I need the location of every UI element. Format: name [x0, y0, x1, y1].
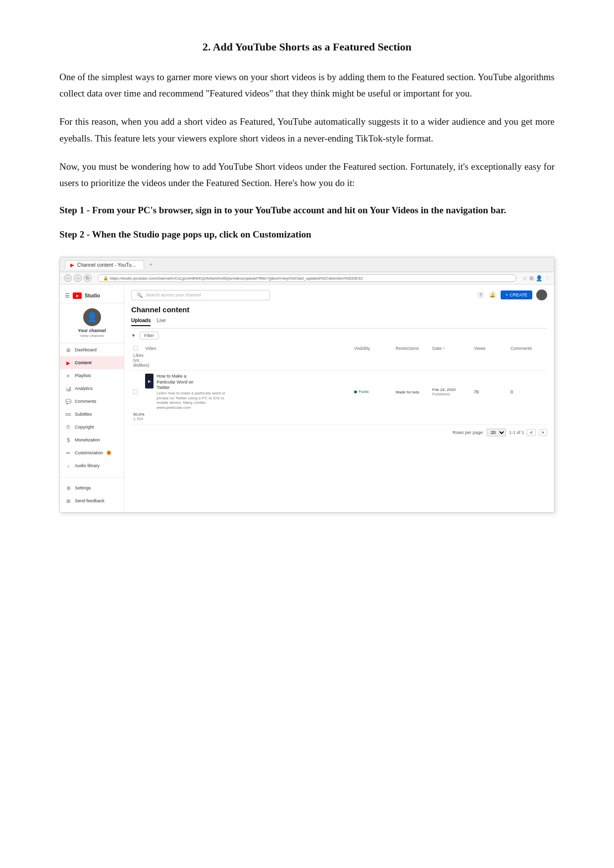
- next-page-button[interactable]: >: [539, 429, 547, 436]
- user-avatar[interactable]: [536, 289, 547, 300]
- extensions-icon[interactable]: ⊞: [529, 275, 534, 282]
- row-checkbox[interactable]: [133, 389, 138, 394]
- screenshot-container: ▶ Channel content - YouTube S... + ← → ↻…: [59, 257, 555, 513]
- nav-item-comments[interactable]: 💬 Comments: [60, 395, 124, 408]
- yt-main: 🔍 Search across your channel ? 🔔 + CREAT…: [124, 285, 554, 512]
- step-2-heading: Step 2 - When the Studio page pops up, c…: [59, 227, 555, 242]
- content-page-title: Channel content: [131, 305, 547, 314]
- comments-cell: 0: [511, 389, 545, 394]
- audio-library-icon: ♪: [65, 462, 72, 469]
- refresh-button[interactable]: ↻: [84, 274, 92, 282]
- nav-item-settings[interactable]: ⚙ Settings: [60, 482, 124, 494]
- nav-item-copyright[interactable]: © Copyright: [60, 421, 124, 434]
- nav-label-settings: Settings: [75, 485, 91, 490]
- browser-tab[interactable]: ▶ Channel content - YouTube S...: [65, 260, 144, 269]
- new-tab-icon[interactable]: +: [149, 261, 153, 269]
- nav-label-analytics: Analytics: [75, 386, 93, 391]
- notification-dot: [107, 451, 111, 455]
- nav-item-monetization[interactable]: $ Monetization: [60, 434, 124, 446]
- table-header: Video Visibility Restrictions Date ↑ Vie…: [131, 343, 547, 371]
- paragraph-3: Now, you must be wondering how to add Yo…: [59, 158, 555, 192]
- status-badge: Public: [354, 389, 369, 394]
- empty-col-header: [236, 346, 352, 351]
- nav-item-send-feedback[interactable]: ⊞ Send feedback: [60, 494, 124, 507]
- likes-value: 50.0%: [133, 412, 143, 417]
- create-plus-icon: +: [506, 292, 508, 297]
- channel-name: Your channel: [65, 328, 119, 333]
- subtitles-icon: CC: [65, 411, 72, 418]
- browser-controls: ← → ↻ 🔒 https://studio.youtube.com/chann…: [60, 272, 554, 285]
- likes-sub: 1,704: [133, 417, 143, 421]
- settings-icon: ⚙: [65, 484, 72, 491]
- views-col-header: Views: [474, 346, 509, 351]
- nav-label-monetization: Monetization: [75, 437, 100, 442]
- likes-cell: 50.0% 1,704: [133, 412, 143, 421]
- checkbox-header[interactable]: [133, 346, 138, 351]
- video-details: How to Make a Particular Word on Twitter…: [156, 374, 234, 410]
- video-description: Learn how to make a particular word or p…: [156, 391, 234, 410]
- nav-item-audio-library[interactable]: ♪ Audio library: [60, 459, 124, 472]
- profile-icon[interactable]: 👤: [536, 275, 543, 282]
- tab-uploads[interactable]: Uploads: [131, 318, 151, 326]
- more-icon[interactable]: ⋮: [545, 275, 550, 282]
- visibility-value: Public: [358, 389, 369, 394]
- rows-per-page-select[interactable]: 20: [487, 429, 506, 436]
- copyright-icon: ©: [65, 424, 72, 431]
- studio-header: ☰ Studio: [60, 289, 124, 303]
- nav-item-playlists[interactable]: ≡ Playlists: [60, 369, 124, 382]
- paragraph-1: One of the simplest ways to garner more …: [59, 69, 555, 102]
- back-button[interactable]: ←: [64, 274, 72, 282]
- video-thumbnail: ▶: [145, 374, 154, 388]
- browser-tab-favicon: ▶: [70, 262, 74, 268]
- feedback-icon: ⊞: [65, 497, 72, 504]
- filter-button[interactable]: Filter: [140, 332, 158, 339]
- bottom-nav: ⚙ Settings ⊞ Send feedback: [60, 477, 124, 507]
- customization-icon: ✏: [65, 449, 72, 456]
- search-placeholder: Search across your channel: [146, 292, 201, 297]
- browser-action-icons: ☆ ⊞ 👤 ⋮: [522, 275, 550, 282]
- nav-item-customization[interactable]: ✏ Customization: [60, 446, 124, 459]
- table-row: ▶ How to Make a Particular Word on Twitt…: [131, 371, 547, 424]
- channel-sub[interactable]: View channel: [65, 334, 119, 338]
- date-cell: Feb 24, 2020 Published: [432, 387, 472, 396]
- nav-item-dashboard[interactable]: ⊞ Dashboard: [60, 343, 124, 356]
- views-cell: 76: [474, 389, 509, 394]
- bookmark-icon[interactable]: ☆: [522, 275, 527, 282]
- playlists-icon: ≡: [65, 372, 72, 379]
- range-text: 1-1 of 1: [509, 430, 524, 435]
- lock-icon: 🔒: [103, 276, 108, 281]
- analytics-icon: 📊: [65, 385, 72, 392]
- yt-sidebar: ☰ Studio 👤 Your channel View channel ⊞ D…: [60, 285, 124, 512]
- nav-label-content: Content: [75, 360, 92, 365]
- dashboard-icon: ⊞: [65, 346, 72, 353]
- content-icon: ▶: [65, 359, 72, 366]
- monetization-icon: $: [65, 436, 72, 443]
- nav-item-content[interactable]: ▶ Content: [60, 356, 124, 369]
- nav-label-customization: Customization: [75, 450, 103, 455]
- prev-page-button[interactable]: <: [527, 429, 535, 436]
- hamburger-icon[interactable]: ☰: [65, 292, 70, 299]
- date-value: Feb 24, 2020: [432, 387, 472, 392]
- create-button[interactable]: + CREATE: [501, 290, 532, 299]
- date-col-header: Date ↑: [432, 346, 472, 351]
- comments-col-header: Comments: [511, 346, 545, 351]
- browser-tab-label: Channel content - YouTube S...: [77, 262, 144, 268]
- forward-button[interactable]: →: [74, 274, 82, 282]
- nav-item-analytics[interactable]: 📊 Analytics: [60, 382, 124, 395]
- views-value: 76: [474, 389, 479, 394]
- search-bar[interactable]: 🔍 Search across your channel: [131, 290, 270, 300]
- filter-icon: ▼: [131, 333, 136, 338]
- bell-icon[interactable]: 🔔: [489, 291, 497, 299]
- nav-item-subtitles[interactable]: CC Subtitles: [60, 408, 124, 421]
- address-text: https://studio.youtube.com/channel/UCuLg…: [110, 276, 363, 281]
- help-icon[interactable]: ?: [477, 291, 485, 299]
- tab-live[interactable]: Live: [156, 318, 165, 326]
- section-heading: 2. Add YouTube Shorts as a Featured Sect…: [59, 40, 555, 55]
- address-bar[interactable]: 🔒 https://studio.youtube.com/channel/UCu…: [98, 274, 516, 282]
- yt-logo-icon: [73, 292, 82, 299]
- nav-label-subtitles: Subtitles: [75, 412, 92, 417]
- visibility-col-header: Visibility: [354, 346, 394, 351]
- restrictions-col-header: Restrictions: [396, 346, 430, 351]
- video-title[interactable]: How to Make a Particular Word on Twitter: [156, 374, 206, 391]
- channel-avatar-section: 👤 Your channel View channel: [60, 303, 124, 343]
